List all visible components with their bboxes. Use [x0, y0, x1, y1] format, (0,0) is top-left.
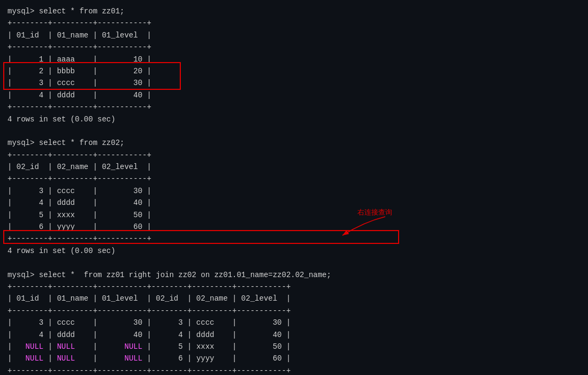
blank-2: [7, 257, 581, 269]
null-val-1: NULL: [17, 342, 43, 351]
header-line-3: | 01_id | 01_name | 01_level | 02_id | 0…: [7, 293, 581, 304]
border-line-6: +--------+---------+-----------+: [7, 233, 581, 244]
annotation-label: 右连接查询: [357, 208, 392, 217]
query-line-1: mysql> select * from zz01;: [7, 5, 581, 17]
terminal: mysql> select * from zz01; +--------+---…: [0, 0, 588, 375]
border-line-8: +--------+---------+-----------+--------…: [7, 305, 581, 317]
border-line-7: +--------+---------+-----------+--------…: [7, 281, 581, 293]
data-row-2-1: | 3 | cccc | 30 |: [7, 185, 581, 197]
data-row-1-2: | 2 | bbbb | 20 |: [7, 65, 581, 77]
border-line-3: +--------+---------+-----------+: [7, 101, 581, 113]
header-line-2: | 02_id | 02_name | 02_level |: [7, 161, 581, 173]
border-line-2: +--------+---------+-----------+: [7, 41, 581, 53]
border-line-9: +--------+---------+-----------+--------…: [7, 365, 581, 375]
border-line-1: +--------+---------+-----------+: [7, 17, 581, 29]
data-row-3-1: | 3 | cccc | 30 | 3 | cccc | 30 |: [7, 317, 581, 328]
data-row-2-3: | 5 | xxxx | 50 |: [7, 209, 581, 221]
border-line-5: +--------+---------+-----------+: [7, 173, 581, 185]
data-row-3-4: | NULL | NULL | NULL | 6 | yyyy | 60 |: [7, 353, 581, 364]
blank-1: [7, 125, 581, 137]
result-count-1: 4 rows in set (0.00 sec): [7, 113, 581, 125]
data-row-1-1: | 1 | aaaa | 10 |: [7, 53, 581, 65]
result-count-2: 4 rows in set (0.00 sec): [7, 245, 581, 257]
null-val-2: NULL: [57, 342, 88, 351]
data-row-1-3: | 3 | cccc | 30 |: [7, 77, 581, 89]
null-val-4: NULL: [17, 354, 43, 363]
data-row-3-2: | 4 | dddd | 40 | 4 | dddd | 40 |: [7, 329, 581, 341]
data-row-2-4: | 6 | yyyy | 60 |: [7, 221, 581, 233]
border-line-4: +--------+---------+-----------+: [7, 149, 581, 161]
null-val-3: NULL: [111, 342, 142, 351]
query-line-2: mysql> select * from zz02;: [7, 137, 581, 149]
header-line-1: | 01_id | 01_name | 01_level |: [7, 29, 581, 41]
data-row-2-2: | 4 | dddd | 40 |: [7, 197, 581, 209]
null-val-5: NULL: [57, 354, 88, 363]
query-line-3: mysql> select * from zz01 right join zz0…: [7, 269, 581, 281]
null-val-6: NULL: [111, 354, 142, 363]
data-row-3-3: | NULL | NULL | NULL | 5 | xxxx | 50 |: [7, 341, 581, 353]
data-row-1-4: | 4 | dddd | 40 |: [7, 89, 581, 101]
